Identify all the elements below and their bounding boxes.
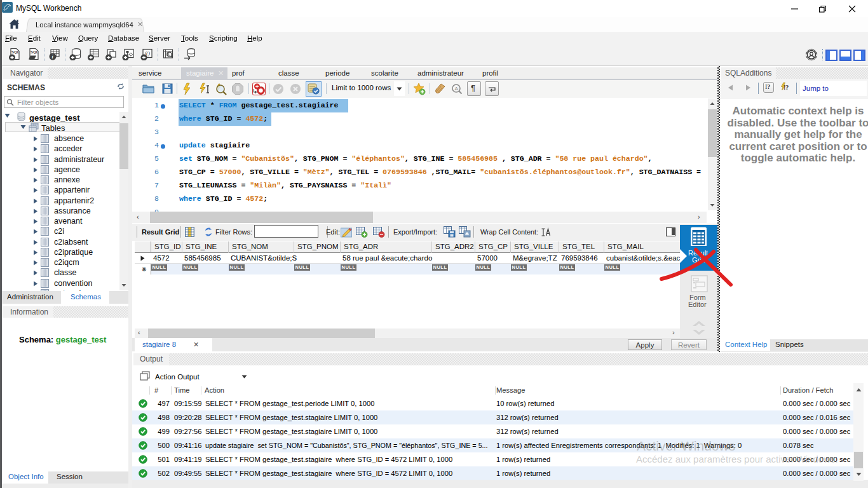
svg-text:SQL: SQL: [11, 50, 20, 54]
svg-text:SQL: SQL: [31, 50, 39, 54]
svg-text:A: A: [455, 86, 459, 92]
